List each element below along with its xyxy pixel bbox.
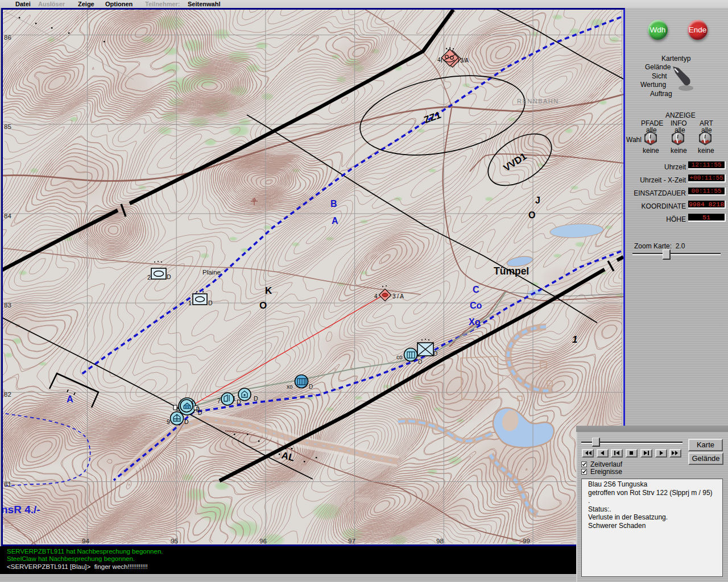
svg-text:A: A: [67, 394, 73, 404]
svg-text:RENNBAHN: RENNBAHN: [517, 98, 559, 105]
svg-text:94: 94: [82, 538, 89, 544]
svg-text:9: 9: [167, 418, 170, 425]
svg-text:4: 4: [374, 293, 378, 300]
svg-text:O: O: [259, 300, 267, 311]
svg-text:3 / A: 3 / A: [392, 293, 404, 300]
svg-text:D: D: [237, 398, 241, 405]
svg-text:C: C: [473, 285, 479, 294]
svg-text:96: 96: [259, 538, 267, 544]
svg-text:99: 99: [523, 538, 530, 544]
svg-text:98: 98: [436, 538, 444, 544]
svg-text:83: 83: [4, 302, 11, 309]
svg-text:D: D: [254, 395, 258, 402]
svg-text:1: 1: [572, 334, 577, 345]
svg-text:4: 4: [437, 57, 441, 63]
svg-text:nsR 4./-: nsR 4./-: [3, 504, 40, 516]
svg-text:D: D: [208, 300, 213, 306]
svg-text:A: A: [332, 216, 338, 226]
svg-text:3/A: 3/A: [460, 57, 469, 64]
svg-text:J: J: [535, 196, 540, 205]
svg-text:D: D: [167, 273, 171, 280]
svg-text:Co: Co: [470, 301, 482, 310]
svg-text:Plaine: Plaine: [202, 269, 221, 276]
svg-text:D: D: [198, 410, 202, 416]
svg-text:84: 84: [4, 213, 11, 219]
svg-text:xo: xo: [287, 384, 293, 390]
svg-text:Xo: Xo: [469, 317, 481, 327]
svg-text:co: co: [396, 354, 403, 360]
svg-text:B: B: [330, 199, 337, 209]
svg-text:Tümpel: Tümpel: [494, 265, 529, 277]
svg-text:D: D: [433, 351, 437, 357]
svg-text:D: D: [184, 418, 189, 425]
svg-text:2: 2: [147, 274, 151, 281]
svg-text:86: 86: [4, 34, 11, 41]
svg-text:81: 81: [4, 481, 11, 488]
svg-text:1: 1: [233, 396, 236, 402]
svg-text:1: 1: [191, 400, 194, 405]
svg-text:82: 82: [4, 391, 11, 398]
svg-text:B: B: [176, 406, 180, 412]
svg-text:O: O: [528, 210, 535, 220]
svg-text:95: 95: [171, 538, 178, 544]
svg-text:97: 97: [348, 538, 355, 544]
svg-text:7: 7: [217, 397, 221, 404]
svg-text:K: K: [265, 285, 272, 296]
svg-text:D: D: [309, 384, 313, 390]
svg-text:D: D: [418, 359, 422, 365]
svg-text:85: 85: [4, 123, 11, 130]
svg-text:1: 1: [188, 300, 192, 306]
